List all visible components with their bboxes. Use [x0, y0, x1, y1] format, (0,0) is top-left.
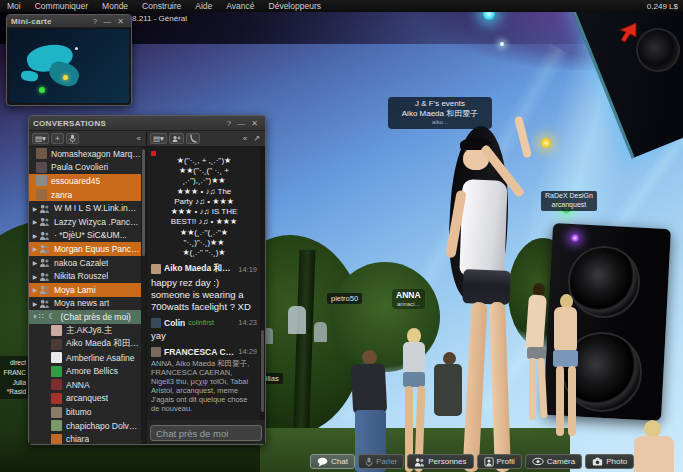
personnes-button[interactable]: Personnes: [407, 454, 473, 469]
avatar: [36, 175, 47, 186]
avatar-nametag-arcanquest: RaDeX DesiGn arcanquest: [541, 191, 597, 211]
conversation-row[interactable]: chiara: [29, 432, 141, 444]
conversation-row[interactable]: Amberline Asafine: [29, 351, 141, 365]
microphone-icon: [365, 457, 373, 467]
collapse-chat-button[interactable]: «: [241, 134, 249, 143]
avatar-girl2-leg: [529, 358, 536, 420]
collapsed-arrow-icon[interactable]: ▶: [31, 259, 39, 266]
conversation-row[interactable]: ▶· *DjèU* SiC&UM...: [29, 229, 141, 243]
collapsed-arrow-icon[interactable]: ▶: [31, 232, 39, 239]
conversation-name: Lazzy Wizyca .Pancra...: [54, 217, 141, 227]
avatar: [51, 366, 62, 377]
conversation-row[interactable]: ▶Morgan Equus Pancra...: [29, 242, 141, 256]
avatar: [51, 393, 62, 404]
conversation-row[interactable]: Paula Covolieri: [29, 161, 141, 175]
conversation-row[interactable]: ANNA: [29, 378, 141, 392]
chat-message: Colincolinfirst14:23yay: [151, 318, 257, 342]
chat-messages: Aiko Maeda 和田...14:19happy rez day :) so…: [151, 263, 257, 413]
conversation-row[interactable]: essouared45: [29, 174, 141, 188]
minimap-title: Mini-carte: [11, 17, 90, 26]
collapsed-arrow-icon[interactable]: ▶: [31, 245, 39, 252]
message-author[interactable]: Colin: [164, 318, 185, 328]
message-avatar: [151, 318, 161, 328]
expanded-arrow-icon[interactable]: ▼: [31, 314, 39, 320]
close-button[interactable]: ✕: [248, 119, 261, 128]
caméra-button[interactable]: Caméra: [525, 454, 582, 469]
minimize-button[interactable]: —: [100, 17, 114, 26]
conversations-window[interactable]: CONVERSATIONS ? — ✕ ▤▾ + « Nomashexa: [28, 115, 266, 445]
conversation-name: ANNA: [66, 380, 90, 390]
currency-balance[interactable]: 0.249 L$: [647, 2, 683, 11]
conversation-row[interactable]: bitumo: [29, 405, 141, 419]
minimize-button[interactable]: —: [234, 119, 248, 128]
collapsed-arrow-icon[interactable]: ▶: [31, 273, 39, 280]
close-button[interactable]: ✕: [114, 17, 127, 26]
collapsed-arrow-icon[interactable]: ▶: [31, 218, 39, 225]
avatar: [51, 434, 62, 444]
avatar: [51, 325, 62, 336]
conversations-titlebar[interactable]: CONVERSATIONS ? — ✕: [29, 116, 265, 131]
conversation-row[interactable]: ▶Moya news art: [29, 297, 141, 311]
conversation-row[interactable]: chapichapo Dolvalle: [29, 419, 141, 433]
menu-item[interactable]: Aide: [188, 1, 219, 11]
collapse-list-button[interactable]: «: [135, 134, 143, 143]
conversation-row[interactable]: arcanquest: [29, 392, 141, 406]
avatar: [36, 148, 47, 159]
sort-menu-button[interactable]: ▤▾: [32, 133, 49, 144]
call-icon[interactable]: [186, 133, 200, 144]
conversation-name: Moya Lami: [54, 285, 96, 295]
collapsed-arrow-icon[interactable]: ▶: [31, 205, 39, 212]
chat-scrollbar[interactable]: [260, 147, 265, 420]
conversation-row[interactable]: 主.AKJy8.主: [29, 324, 141, 338]
conversation-row[interactable]: Nomashexagon Marquette: [29, 147, 141, 161]
help-button[interactable]: ?: [90, 17, 100, 26]
sort-menu-button[interactable]: ▤▾: [150, 133, 167, 144]
expand-chat-icon[interactable]: ↗: [251, 134, 262, 143]
menu-item[interactable]: Moi: [0, 1, 28, 11]
profil-button[interactable]: Profil: [477, 454, 522, 469]
photo-button[interactable]: Photo: [585, 454, 634, 469]
conversation-row[interactable]: zanra: [29, 188, 141, 202]
collapsed-arrow-icon[interactable]: ▶: [31, 300, 39, 307]
message-author[interactable]: FRANCESCA CAE...: [164, 347, 235, 357]
add-person-button[interactable]: [169, 133, 184, 144]
menu-item[interactable]: Communiquer: [28, 1, 95, 11]
menu-item[interactable]: Monde: [95, 1, 135, 11]
conversation-row[interactable]: Amore Bellics: [29, 365, 141, 379]
chat-button[interactable]: Chat: [310, 454, 355, 469]
speaker-cone: [568, 246, 640, 318]
chat-message-area[interactable]: ★(''·.¸, + ,¸.·'')★ ★★(''·.¸('' ·.¸ + ¸.…: [147, 147, 265, 420]
minimap-titlebar[interactable]: Mini-carte ? — ✕: [7, 15, 131, 28]
conversation-row[interactable]: ▶nakoa Cazalet: [29, 256, 141, 270]
voice-call-icon[interactable]: [66, 133, 79, 144]
help-button[interactable]: ?: [224, 119, 234, 128]
menu-item[interactable]: Développeurs: [262, 1, 328, 11]
minimap-canvas[interactable]: [9, 29, 129, 103]
conversation-row[interactable]: ▶Moya Lami: [29, 283, 141, 297]
camera-icon: [592, 457, 603, 466]
message-author[interactable]: Aiko Maeda 和田...: [164, 263, 235, 275]
avatar-girl3-body: [554, 307, 577, 353]
menu-item[interactable]: Construire: [135, 1, 188, 11]
conversation-name: arcanquest: [66, 393, 108, 403]
conversation-row[interactable]: ▼∷ ☾(Chat près de moi): [29, 310, 141, 324]
minimap-avatar-dot: [75, 47, 78, 50]
conversation-row[interactable]: ▶W M I L S W.Link.india...: [29, 201, 141, 215]
avatar: [51, 407, 62, 418]
chat-input[interactable]: [150, 425, 262, 441]
parler-button[interactable]: Parler: [358, 454, 404, 469]
minimap-window[interactable]: Mini-carte ? — ✕: [6, 14, 132, 106]
conversation-row[interactable]: ▶Lazzy Wizyca .Pancra...: [29, 215, 141, 229]
message-username: colinfirst: [188, 319, 214, 326]
list-scrollbar[interactable]: [141, 147, 146, 444]
group-icon: [39, 284, 50, 295]
avatar-dark-torso: [434, 364, 462, 416]
conversation-row[interactable]: Aiko Maeda 和田愛子: [29, 337, 141, 351]
add-conversation-button[interactable]: +: [51, 133, 64, 144]
avatar-girl3-leg: [568, 366, 576, 436]
red-arrow-cursor: [610, 22, 638, 46]
avatar-girl1-top: [403, 342, 425, 374]
collapsed-arrow-icon[interactable]: ▶: [31, 286, 39, 293]
conversation-row[interactable]: ▶Nikita Rouszel: [29, 269, 141, 283]
menu-item[interactable]: Avancé: [219, 1, 261, 11]
